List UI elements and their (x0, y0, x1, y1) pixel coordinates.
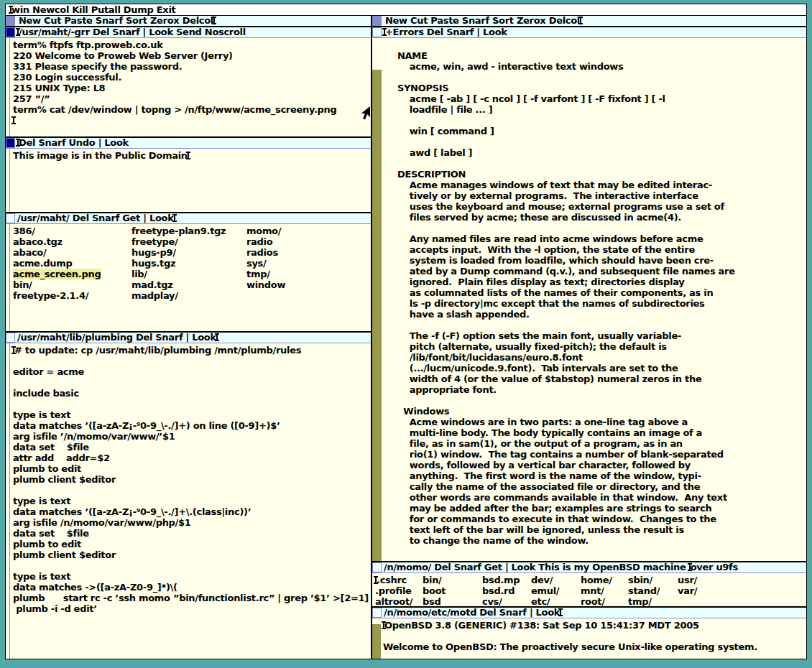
listing-item[interactable]: sbin/ (628, 575, 678, 585)
window-body-momo-listing[interactable]: .cshrcbin/bsd.mpdev/home/sbin/usr/.profi… (372, 573, 806, 606)
text-line: have a slash appended. (385, 309, 806, 320)
listing-item[interactable]: mad.tgz (132, 279, 246, 290)
column-tag-left[interactable]: New Cut Paste Snarf Sort Zerox Delcol (6, 16, 371, 26)
window-tag[interactable]: /n/momo/etc/motd Del Snarf | Look (372, 608, 806, 618)
window-dirty-box[interactable] (6, 27, 15, 37)
text-line: plumb client $editor (13, 549, 371, 560)
listing-item[interactable]: usr/ (678, 575, 735, 585)
text-line: to change the name of the window. (385, 535, 806, 546)
window-usr-maht-grr: /usr/maht/-grr Del Snarf | Look Send Nos… (6, 27, 371, 136)
text-line: 331 Please specify the password. (13, 61, 371, 72)
text-line: /lib/font/bit/lucidasans/euro.8.font (385, 352, 806, 363)
text-line (385, 395, 806, 406)
window-body-motd[interactable]: OpenBSD 3.8 (GENERIC) #138: Sat Sep 10 1… (372, 618, 806, 659)
window-body-plumbing[interactable]: # to update: cp /usr/maht/lib/plumbing /… (6, 343, 371, 659)
listing-item[interactable]: freetype-2.1.4/ (13, 290, 132, 301)
text-line: type is text (13, 571, 371, 582)
listing-item[interactable]: etc/ (531, 596, 581, 606)
text-line: SYNOPSIS (385, 83, 806, 93)
listing-row: .cshrcbin/bsd.mpdev/home/sbin/usr/ (375, 575, 806, 585)
listing-item[interactable]: var/ (678, 585, 735, 596)
listing-item[interactable]: hugs-p9/ (132, 247, 246, 258)
listing-item[interactable]: radio (246, 236, 354, 247)
window-tag[interactable]: /usr/maht/lib/plumbing Del Snarf | Look (6, 333, 371, 343)
text-line: 215 UNIX Type: L8 (13, 83, 371, 93)
acme-main-tag[interactable]: win Newcol Kill Putall Dump Exit (6, 4, 806, 15)
window-tag[interactable]: +Errors Del Snarf | Look (372, 27, 806, 38)
listing-item[interactable]: stand/ (628, 585, 678, 596)
window-tag[interactable]: /n/momo/ Del Snarf Get | Look This is my… (372, 562, 806, 573)
listing-item[interactable]: window (246, 279, 354, 290)
window-tag[interactable]: Del Snarf Undo | Look (6, 138, 371, 149)
text-line: plumb client $editor (13, 474, 371, 485)
text-line: The -f (-F) option sets the main font, u… (385, 330, 806, 341)
text-line: Acme windows are in two parts: a one-lin… (385, 417, 806, 427)
listing-item[interactable]: dev/ (531, 575, 581, 585)
listing-item[interactable]: freetype-plan9.tgz (132, 226, 246, 236)
listing-item[interactable]: madplay/ (132, 290, 246, 301)
listing-item[interactable]: root/ (581, 596, 628, 606)
column-tag-right[interactable]: New Cut Paste Snarf Sort Zerox Delcol (372, 16, 806, 26)
window-dirty-box[interactable] (6, 138, 15, 148)
listing-item[interactable]: radios (246, 247, 354, 258)
window-body-file-listing[interactable]: 386/freetype-plan9.tgzmomo/abaco.tgzfree… (6, 224, 371, 331)
listing-item[interactable] (246, 290, 354, 301)
listing-item[interactable] (678, 596, 735, 606)
acme-column-right: New Cut Paste Snarf Sort Zerox Delcol +E… (372, 16, 806, 659)
window-clean-box[interactable] (6, 333, 15, 343)
text-line (385, 136, 806, 147)
listing-item[interactable]: emul/ (531, 585, 581, 596)
listing-item[interactable]: 386/ (13, 226, 132, 236)
listing-item[interactable]: tmp/ (246, 269, 354, 279)
listing-item[interactable]: acme_screen.png (13, 269, 132, 279)
text-line (13, 560, 371, 571)
listing-item[interactable]: sys/ (246, 258, 354, 269)
acme-window: win Newcol Kill Putall Dump Exit New Cut… (5, 4, 807, 659)
listing-item[interactable]: abaco.tgz (13, 236, 132, 247)
window-clean-box[interactable] (372, 562, 382, 572)
listing-item[interactable]: cvs/ (482, 596, 531, 606)
text-line: DESCRIPTION (385, 169, 806, 180)
listing-item[interactable]: tmp/ (628, 596, 678, 606)
text-line: Acme manages windows of text that may be… (385, 180, 806, 190)
listing-item[interactable]: .profile (375, 585, 423, 596)
listing-item[interactable]: home/ (581, 575, 628, 585)
text-line: rio(1) window. The tag contains a number… (385, 449, 806, 460)
text-line: type is text (13, 409, 371, 420)
listing-row: freetype-2.1.4/madplay/ (13, 290, 371, 301)
window-tag[interactable]: /usr/maht/-grr Del Snarf | Look Send Nos… (6, 27, 371, 38)
listing-item[interactable]: mnt/ (581, 585, 628, 596)
listing-item[interactable]: boot (423, 585, 482, 596)
window-body-image-note[interactable]: This image is in the Public Domain (6, 149, 371, 212)
listing-row: 386/freetype-plan9.tgzmomo/ (13, 226, 371, 236)
listing-item[interactable]: .cshrc (375, 575, 423, 585)
window-body-man-page[interactable]: NAME acme, win, awd - interactive text w… (372, 38, 806, 561)
window-body-terminal[interactable]: term% ftpfs ftp.proweb.co.uk220 Welcome … (6, 38, 371, 136)
column-layout-box[interactable] (6, 16, 15, 26)
text-line: ated by a Dump command (q.v.), and subse… (385, 266, 806, 277)
listing-item[interactable]: altroot/ (375, 596, 423, 606)
text-cursor (375, 576, 377, 584)
listing-item[interactable]: momo/ (246, 226, 354, 236)
listing-item[interactable]: bsd (423, 596, 482, 606)
column-layout-box[interactable] (372, 16, 382, 26)
window-clean-box[interactable] (372, 608, 382, 618)
listing-item[interactable]: hugs.tgz (132, 258, 246, 269)
listing-item[interactable]: abaco/ (13, 247, 132, 258)
listing-item[interactable]: bin/ (13, 279, 132, 290)
text-line: appropriate font. (385, 384, 806, 395)
text-line: data matches ’([a-zA-Z¡-⁹0-9_\-./]+) on … (13, 420, 371, 431)
listing-item[interactable]: bin/ (423, 575, 482, 585)
listing-row: acme_screen.pnglib/tmp/ (13, 269, 371, 279)
window-clean-box[interactable] (6, 213, 15, 223)
listing-item[interactable]: lib/ (132, 269, 246, 279)
listing-item[interactable]: acme.dump (13, 258, 132, 269)
listing-item[interactable]: freetype/ (132, 236, 246, 247)
text-line: words, followed by a vertical bar charac… (385, 460, 806, 470)
listing-item[interactable]: bsd.rd (482, 585, 531, 596)
listing-item[interactable]: bsd.mp (482, 575, 531, 585)
window-clean-box[interactable] (372, 27, 382, 37)
window-tag[interactable]: /usr/maht/ Del Snarf Get | Look (6, 213, 371, 224)
text-line: plumb start rc -c ’ssh momo ”bin/functio… (13, 593, 371, 603)
text-line: data matches ’([a-zA-Z¡-⁹0-9_\-./]+\.(cl… (13, 506, 371, 517)
